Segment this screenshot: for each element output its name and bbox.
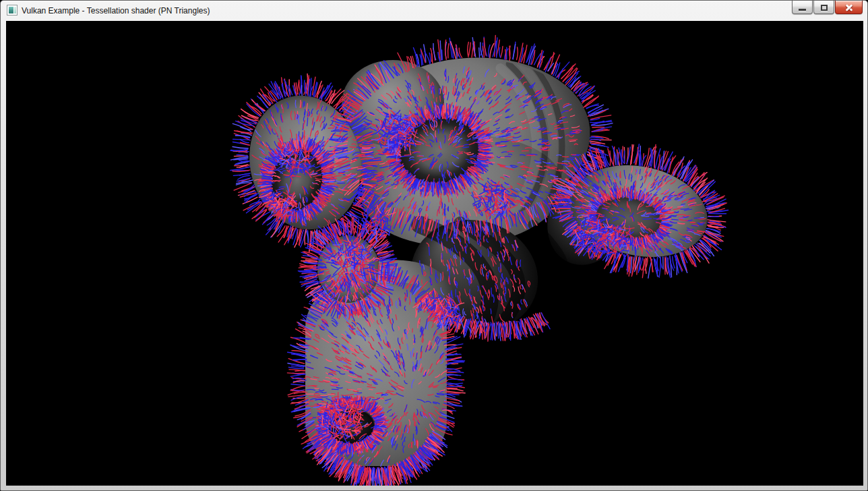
client-area [6,21,863,486]
app-window: Vulkan Example - Tessellation shader (PN… [0,0,868,491]
title-bar[interactable]: Vulkan Example - Tessellation shader (PN… [1,1,867,21]
minimize-icon [799,9,806,11]
caption-buttons [791,1,863,14]
close-button[interactable] [835,1,863,14]
window-title: Vulkan Example - Tessellation shader (PN… [22,6,210,16]
app-icon-art-strip [14,7,16,13]
app-icon[interactable] [7,5,18,16]
maximize-button[interactable] [813,1,834,14]
app-icon-art [9,7,13,13]
render-canvas[interactable] [6,21,863,486]
maximize-icon [821,5,828,11]
close-icon [844,3,854,11]
minimize-button[interactable] [792,1,813,14]
